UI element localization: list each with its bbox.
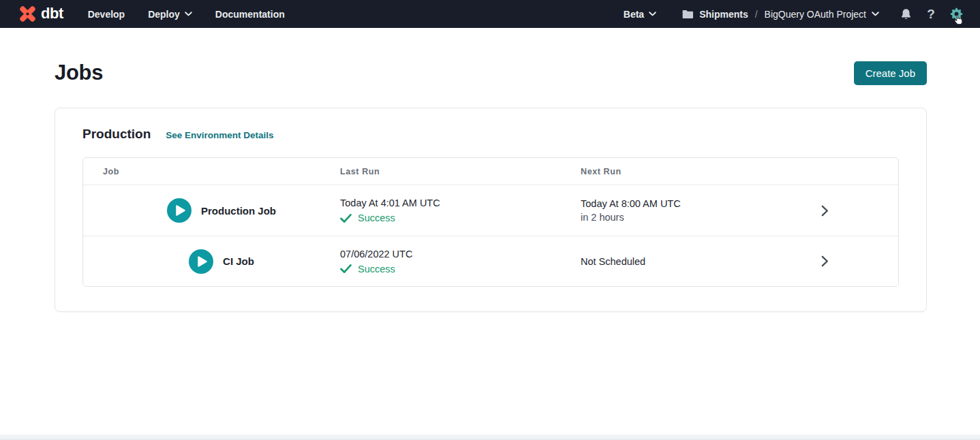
see-environment-details-link[interactable]: See Environment Details <box>166 130 273 140</box>
chevron-right-icon[interactable] <box>821 255 829 267</box>
project-name: Shipments <box>699 9 748 20</box>
next-run-cell: Not Scheduled <box>581 236 785 286</box>
environment-title: Production <box>82 127 151 142</box>
next-run-time: Today At 8:00 AM UTC <box>581 197 785 210</box>
table-row-ci-job[interactable]: CI Job 07/06/2022 UTC Success Not Schedu… <box>83 236 898 286</box>
navbar-icon-group: ? <box>898 7 964 22</box>
last-run-cell: Today At 4:01 AM UTC Success <box>340 185 581 236</box>
job-cell: CI Job <box>83 236 340 286</box>
jobs-table-header: Job Last Run Next Run <box>83 158 898 185</box>
play-icon <box>167 198 192 223</box>
dbt-logo-icon <box>19 5 36 22</box>
last-run-status: Success <box>340 211 581 225</box>
check-icon <box>340 264 352 273</box>
status-text: Success <box>358 211 395 225</box>
beta-dropdown[interactable]: Beta <box>624 9 656 20</box>
environment-name-label: BigQuery OAuth Project <box>765 9 866 20</box>
last-run-cell: 07/06/2022 UTC Success <box>340 236 581 286</box>
chevron-down-icon <box>872 12 879 16</box>
nav-item-develop[interactable]: Develop <box>88 9 125 20</box>
help-icon: ? <box>927 7 935 20</box>
status-text: Success <box>358 262 395 276</box>
main-nav: Develop Deploy Documentation <box>88 9 285 20</box>
beta-label: Beta <box>624 9 644 20</box>
bottom-edge-strip <box>0 435 980 440</box>
column-header-job: Job <box>83 167 340 176</box>
job-name: Production Job <box>201 205 276 217</box>
help-button[interactable]: ? <box>923 7 938 22</box>
column-header-last-run: Last Run <box>340 167 581 176</box>
main-content: Jobs Create Job Production See Environme… <box>0 61 980 312</box>
page-header: Jobs Create Job <box>55 61 927 85</box>
nav-item-label: Documentation <box>215 9 285 20</box>
jobs-table: Job Last Run Next Run Production Job <box>82 157 899 287</box>
create-job-button[interactable]: Create Job <box>854 61 927 85</box>
last-run-status: Success <box>340 262 581 276</box>
row-arrow-cell <box>785 185 898 236</box>
dbt-logo[interactable]: dbt <box>19 5 63 22</box>
run-job-button[interactable] <box>167 198 192 223</box>
folder-icon <box>682 10 694 19</box>
settings-gear-icon <box>950 7 963 20</box>
next-run-time: Not Scheduled <box>581 255 785 268</box>
nav-item-documentation[interactable]: Documentation <box>215 9 285 20</box>
chevron-down-icon <box>185 12 192 16</box>
nav-item-label: Develop <box>88 9 125 20</box>
play-icon <box>189 249 213 274</box>
run-job-button[interactable] <box>189 249 213 274</box>
last-run-time: 07/06/2022 UTC <box>340 247 581 261</box>
settings-button[interactable] <box>949 7 964 22</box>
page-title: Jobs <box>55 61 103 85</box>
job-name: CI Job <box>223 255 254 267</box>
breadcrumb-separator: / <box>755 9 758 20</box>
environment-card: Production See Environment Details Job L… <box>55 108 927 312</box>
next-run-relative: in 2 hours <box>581 210 785 224</box>
row-arrow-cell <box>785 236 898 286</box>
nav-item-deploy[interactable]: Deploy <box>148 9 192 20</box>
next-run-cell: Today At 8:00 AM UTC in 2 hours <box>581 185 785 236</box>
last-run-time: Today At 4:01 AM UTC <box>340 196 581 210</box>
environment-name: BigQuery OAuth Project <box>765 9 879 20</box>
column-header-next-run: Next Run <box>581 167 785 176</box>
notifications-button[interactable] <box>898 7 913 22</box>
bell-icon <box>900 8 912 20</box>
top-navbar: dbt Develop Deploy Documentation Beta Sh… <box>0 0 980 28</box>
chevron-right-icon[interactable] <box>821 205 829 217</box>
dbt-logo-text: dbt <box>41 6 63 22</box>
environment-card-header: Production See Environment Details <box>82 127 899 142</box>
chevron-down-icon <box>649 12 656 16</box>
navbar-right: Beta Shipments / BigQuery OAuth Project <box>624 7 964 22</box>
project-breadcrumb[interactable]: Shipments / BigQuery OAuth Project <box>682 9 879 20</box>
job-cell: Production Job <box>83 185 340 236</box>
check-icon <box>340 214 352 223</box>
nav-item-label: Deploy <box>148 9 180 20</box>
table-row-production-job[interactable]: Production Job Today At 4:01 AM UTC Succ… <box>83 185 898 236</box>
